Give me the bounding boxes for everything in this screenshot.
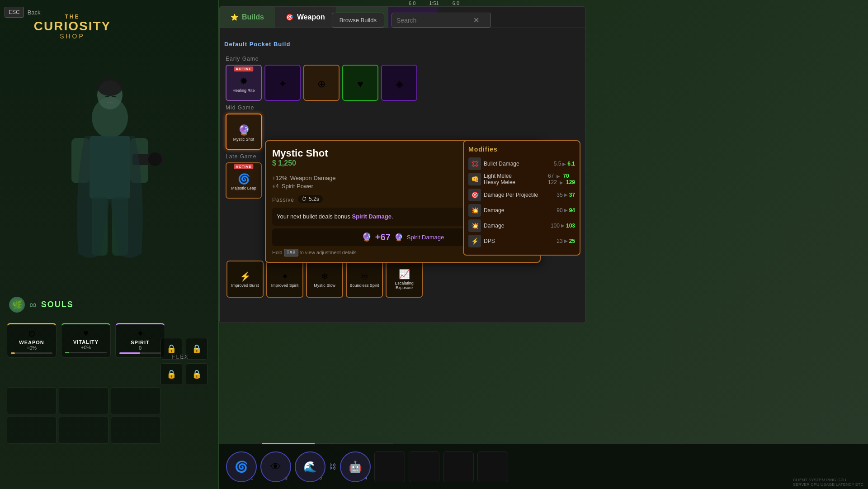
dps-arrow: ▶ (564, 238, 568, 243)
improved-burst-name: Improved Burst (231, 283, 259, 288)
search-input[interactable] (396, 17, 473, 24)
dps-before: 23 (557, 238, 562, 244)
bottom-slot-2[interactable]: 👁 2 (260, 451, 291, 482)
chain-connector: ⛓ (329, 463, 336, 471)
inv-cell-4[interactable] (7, 417, 57, 444)
builds-icon: ⭐ (231, 14, 238, 21)
character-area (0, 54, 219, 280)
damage2-name: Damage (484, 223, 551, 229)
lm-arrow: ▶ (557, 174, 560, 179)
souls-chain-icon: ∞ (29, 299, 37, 311)
spirit-power-prefix: +4 (272, 183, 279, 190)
esc-button[interactable]: ESC (5, 7, 24, 18)
item-early-3[interactable]: ⊕ (303, 65, 340, 101)
passive-header: Passive (272, 197, 294, 203)
spirit-bonus-value: +67 (375, 232, 391, 242)
bottom-slot-4[interactable]: 🤖 4 (340, 451, 371, 482)
tooltip-cost: $ 1,250 (272, 159, 328, 167)
back-button[interactable]: Back (28, 9, 41, 16)
damage2-before: 100 (551, 223, 560, 229)
mystic-slow-name: Mystic Slow (314, 283, 335, 288)
weapon-dmg-prefix: +12% (272, 175, 288, 181)
spirit-bonus-label: Spirit Damage (407, 234, 444, 241)
bottom-slot-3[interactable]: 🌊 3 (295, 451, 326, 482)
inventory-area (7, 387, 160, 444)
game-top-hud: 6.0 1:51 6.0 (219, 0, 649, 6)
improved-burst-icon: ⚡ (240, 271, 251, 282)
dps-after: 25 (569, 238, 575, 244)
damage1-name: Damage (484, 207, 557, 214)
dmg-per-proj-before: 35 (557, 192, 562, 198)
tooltip-left: Mystic Shot $ 1,250 (272, 147, 328, 167)
healing-rite-icon: ✸ (240, 76, 248, 87)
active-badge-healing: ACTIVE (234, 66, 253, 71)
browse-builds-button[interactable]: Browse Builds (332, 13, 384, 28)
item-early-4[interactable]: ♥ (342, 65, 378, 101)
modifies-title: Modifies (468, 146, 575, 153)
d1-arrow: ▶ (564, 208, 568, 213)
search-clear-icon[interactable]: ✕ (473, 16, 479, 24)
vitality-stat-box: ♥ VITALITY +0% (61, 323, 111, 358)
heavy-melee-values: 122 ▶ 129 (548, 179, 575, 185)
vitality-stat-bar (65, 352, 107, 353)
tab-builds[interactable]: ⭐ Builds (220, 7, 275, 28)
hud-timer: 1:51 (429, 0, 439, 6)
tooltip-title: Mystic Shot (272, 147, 328, 159)
slot2-icon: 👁 (270, 461, 281, 473)
svg-rect-11 (112, 96, 116, 97)
souls-label: SOULS (41, 300, 74, 309)
dmg-per-proj-icon: 🎯 (468, 189, 481, 201)
flex-slot-2[interactable]: 🔒 (186, 338, 208, 360)
light-heavy-values: 67 ▶ 70 122 ▶ 129 (548, 173, 575, 185)
flex-slot-row-1: 🔒 🔒 (160, 338, 208, 360)
escalating-exposure-icon: 📈 (399, 269, 410, 280)
svg-point-7 (148, 152, 162, 166)
logo-shop: SHOP (27, 33, 118, 40)
bullet-damage-before: 5.5 (554, 161, 561, 167)
weapon-stat-icon: ⊙ (11, 328, 52, 339)
dpp-arrow: ▶ (564, 192, 568, 197)
mid-game-label: Mid Game (226, 104, 579, 111)
flex-slot-3[interactable]: 🔒 (160, 363, 182, 385)
option-escalating-exposure[interactable]: 📈 Escalating Exposure (386, 261, 423, 298)
item-healing-rite[interactable]: ACTIVE ✸ Healing Rite (226, 65, 262, 101)
flex-slot-4[interactable]: 🔒 (186, 363, 208, 385)
hm-arrow: ▶ (560, 180, 563, 185)
flex-slot-1[interactable]: 🔒 (160, 338, 182, 360)
vitality-stat-value: +0% (65, 345, 107, 350)
inv-cell-1[interactable] (7, 387, 57, 414)
flex-slot-row-2: 🔒 🔒 (160, 363, 208, 385)
slot1-icon: 🌀 (235, 461, 248, 473)
tab-weapon[interactable]: 🎯 Weapon (275, 7, 336, 28)
passive-desc-text: Your next bullet deals bonus Spirit Dama… (277, 213, 393, 220)
bottom-slot-1[interactable]: 🌀 1 (226, 451, 257, 482)
early2-icon: ✦ (278, 78, 287, 90)
spirit-stat-value: 0 (119, 345, 161, 351)
logo-curiosity: CURIOSITY (27, 20, 118, 33)
item-mystic-shot[interactable]: 🔮 Mystic Shot (226, 114, 262, 150)
bullet-damage-icon: 💢 (468, 157, 481, 170)
item-majestic-leap[interactable]: ACTIVE 🌀 Majestic Leap (226, 162, 262, 199)
nav-buttons: ESC Back (5, 7, 41, 18)
option-improved-spirit[interactable]: ✦ Improved Spirit (266, 261, 303, 298)
item-early-5[interactable]: ◈ (381, 65, 417, 101)
option-boundless-spirit[interactable]: ♾ Boundless Spirit (346, 261, 383, 298)
main-panel: ⭐ Builds 🎯 Weapon ♥ Vitality ✦ Spirit De… (219, 6, 585, 323)
item-early-2[interactable]: ✦ (264, 65, 301, 101)
mod-damage-1: 💥 Damage 90 ▶ 94 (468, 204, 575, 217)
spirit-bonus-suffix-icon: 🔮 (394, 233, 403, 242)
hud-num-1: 6.0 (409, 0, 415, 6)
mod-bullet-damage: 💢 Bullet Damage 5.5 ▶ 6.1 (468, 157, 575, 170)
cost-value: 1,250 (278, 159, 296, 167)
inv-cell-6[interactable] (111, 417, 160, 444)
weapon-stat-name: WEAPON (11, 340, 52, 345)
light-melee-icon: 👊 (468, 173, 481, 185)
inv-cell-5[interactable] (59, 417, 108, 444)
boundless-spirit-name: Boundless Spirit (349, 283, 379, 288)
inv-cell-2[interactable] (59, 387, 108, 414)
option-mystic-slow[interactable]: ❄ Mystic Slow (306, 261, 343, 298)
damage1-icon: 💥 (468, 204, 481, 217)
inv-cell-3[interactable] (111, 387, 160, 414)
vitality-stat-icon: ♥ (65, 328, 107, 338)
option-improved-burst[interactable]: ⚡ Improved Burst (226, 261, 264, 298)
